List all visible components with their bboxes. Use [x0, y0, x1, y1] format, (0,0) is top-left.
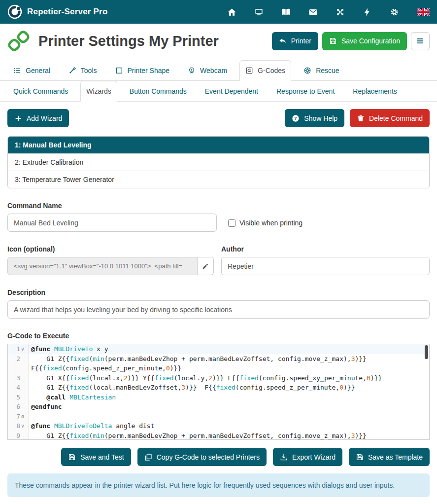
edit-icon-button[interactable] [198, 257, 214, 275]
chain-link-icon [7, 30, 30, 52]
save-configuration-label: Save Configuration [341, 37, 400, 45]
delete-command-label: Delete Command [369, 114, 423, 122]
sub-tabs: Quick Commands Wizards Button Commands E… [0, 81, 437, 102]
plus-icon [14, 114, 22, 122]
help-icon: ? [292, 114, 300, 122]
subtab-label: Event Dependent [205, 87, 258, 95]
navbar-icons [227, 7, 430, 17]
visible-when-printing-option[interactable]: Visible when printing [228, 219, 303, 227]
top-navbar: Repetier-Server Pro [0, 0, 437, 24]
repetier-logo [7, 4, 22, 19]
expand-arrows-icon[interactable] [336, 7, 345, 17]
subtab-label: Response to Event [276, 87, 335, 95]
tab-printer-shape[interactable]: Printer Shape [109, 60, 176, 81]
webcam-icon [188, 67, 196, 74]
tab-label: Rescue [316, 67, 339, 74]
pencil-icon [202, 263, 209, 270]
wizard-footer-buttons: Save and Test Copy G-Code to selected Pr… [0, 440, 437, 471]
editor-scrollbar[interactable] [425, 345, 428, 359]
subtab-quick-commands[interactable]: Quick Commands [7, 81, 74, 102]
tab-webcam[interactable]: Webcam [182, 60, 233, 81]
save-as-template-button[interactable]: Save as Template [349, 448, 430, 466]
add-wizard-button[interactable]: Add Wizard [7, 109, 69, 127]
save-configuration-button-top[interactable]: Save Configuration [322, 32, 407, 50]
save-and-test-label: Save and Test [80, 453, 124, 461]
page-title: Printer Settings My Printer [38, 33, 219, 49]
export-wizard-button[interactable]: Export Wizard [273, 448, 342, 466]
lifebuoy-icon [303, 67, 311, 74]
save-and-test-button[interactable]: Save and Test [61, 448, 131, 466]
show-help-label: Show Help [304, 114, 337, 122]
wizard-action-row: Add Wizard ? Show Help Delete Command [0, 102, 437, 135]
copy-icon [144, 453, 152, 461]
header-actions: Printer Save Configuration [272, 32, 430, 50]
power-bolt-icon[interactable] [363, 7, 372, 17]
back-arrow-icon [279, 37, 287, 45]
save-icon [356, 453, 364, 461]
gcode-editor[interactable]: 1v@func MBLDriveTo x y2 G1 Z{{fixed(min(… [7, 344, 430, 440]
gcode-icon [245, 67, 253, 74]
tab-rescue[interactable]: Rescue [298, 60, 345, 81]
subtab-wizards[interactable]: Wizards [80, 81, 117, 102]
export-wizard-label: Export Wizard [292, 453, 336, 461]
subtab-label: Button Commands [130, 87, 187, 95]
command-name-label: Command Name [7, 202, 217, 210]
tab-label: General [26, 67, 50, 74]
show-help-button[interactable]: ? Show Help [285, 109, 344, 127]
printer-icon[interactable] [254, 7, 264, 17]
page-header: Printer Settings My Printer Printer Save… [0, 24, 437, 59]
home-icon[interactable] [227, 7, 236, 17]
printer-button-label: Printer [291, 37, 311, 45]
square-shape-icon [115, 67, 123, 74]
author-label: Author [221, 245, 430, 253]
list-icon [13, 67, 21, 74]
tab-label: Printer Shape [128, 67, 170, 74]
tab-general[interactable]: General [7, 60, 56, 81]
description-input[interactable] [7, 300, 430, 319]
save-as-template-label: Save as Template [368, 453, 423, 461]
subtab-event-dependent[interactable]: Event Dependent [199, 81, 264, 102]
author-input[interactable] [221, 257, 430, 275]
hamburger-icon [416, 36, 425, 45]
wizard-list-item[interactable]: 3: Temperature Tower Generator [8, 171, 429, 188]
messages-mail-icon[interactable] [308, 7, 318, 17]
tab-gcodes[interactable]: G-Codes [239, 60, 291, 81]
wizard-list-item[interactable]: 2: Extruder Calibration [8, 153, 429, 171]
svg-text:?: ? [295, 116, 297, 121]
tab-label: G-Codes [258, 67, 285, 74]
icon-svg-input[interactable] [7, 257, 198, 275]
subtab-label: Wizards [86, 87, 111, 95]
wizard-list: 1: Manual Bed Leveling 2: Extruder Calib… [7, 136, 430, 188]
gear-icon[interactable] [390, 7, 399, 17]
add-wizard-label: Add Wizard [27, 114, 62, 122]
bottom-save-row: Save Configuration [0, 497, 437, 504]
printer-back-button[interactable]: Printer [272, 32, 318, 50]
app-title: Repetier-Server Pro [27, 7, 107, 17]
gcode-label: G-Code to Execute [7, 332, 430, 340]
command-name-input[interactable] [7, 214, 217, 232]
wrench-icon [68, 67, 76, 74]
icon-label: Icon (optional) [7, 245, 214, 253]
gcode-editor-lines: 1v@func MBLDriveTo x y2 G1 Z{{fixed(min(… [8, 344, 429, 440]
delete-command-button[interactable]: Delete Command [350, 109, 430, 127]
main-tabs: General Tools Printer Shape Webcam G-Cod… [0, 60, 437, 81]
subtab-replacements[interactable]: Replacements [347, 81, 403, 102]
wizard-list-item[interactable]: 1: Manual Bed Leveling [8, 137, 429, 153]
save-icon [329, 37, 337, 45]
visible-when-printing-checkbox[interactable] [228, 219, 235, 227]
copy-gcode-button[interactable]: Copy G-Code to selected Printers [137, 448, 267, 466]
download-icon [280, 453, 288, 461]
subtab-label: Quick Commands [13, 87, 68, 95]
info-alert: These commands appear in the printer wiz… [7, 473, 430, 497]
copy-gcode-label: Copy G-Code to selected Printers [157, 453, 260, 461]
menu-button[interactable] [411, 32, 430, 50]
manual-book-icon[interactable] [281, 7, 291, 17]
tab-tools[interactable]: Tools [63, 60, 103, 81]
description-label: Description [7, 288, 430, 296]
uk-flag-icon[interactable] [417, 8, 430, 16]
subtab-label: Replacements [353, 87, 397, 95]
subtab-response-to-event[interactable]: Response to Event [270, 81, 340, 102]
save-icon [68, 453, 76, 461]
subtab-button-commands[interactable]: Button Commands [124, 81, 193, 102]
tab-label: Webcam [200, 67, 227, 74]
